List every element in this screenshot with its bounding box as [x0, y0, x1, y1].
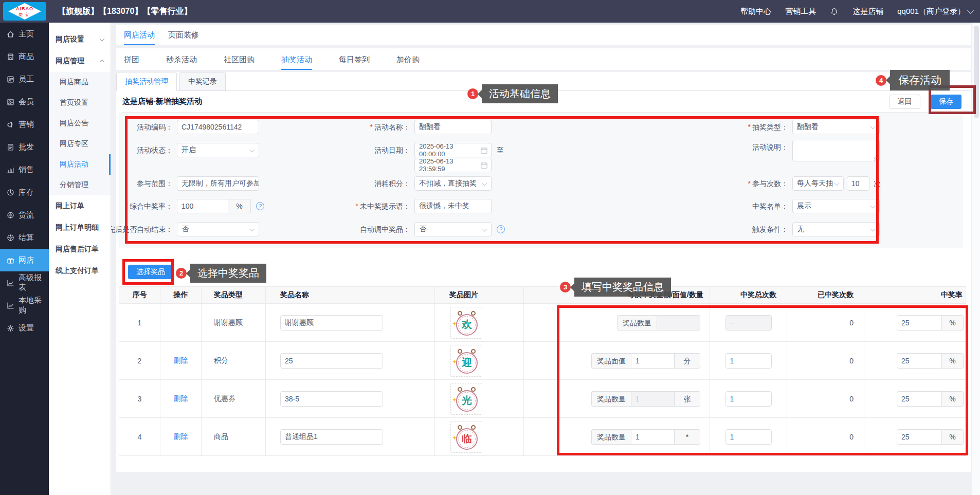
chevron-down-icon — [967, 7, 974, 14]
question-icon[interactable] — [497, 225, 505, 233]
save-button[interactable]: 保存 — [931, 95, 961, 109]
app-window: AIBAO 爱宝 【旗舰版】【183070】【零售行业】 帮助中心 营销工具 这… — [0, 0, 980, 495]
participate-range-select[interactable]: 无限制，所有用户可参加 — [177, 176, 259, 191]
field-auto-adjust: 自动调中奖品： 否 — [414, 222, 505, 236]
sidebar-item-settlement[interactable]: 结算 — [0, 226, 49, 249]
participate-times-input[interactable] — [847, 176, 869, 191]
prize-name-input[interactable] — [280, 353, 383, 369]
activity-form: 活动编码： *活动名称： *抽奖类型： 翻翻看 活动状态： 开启 活动日期： 2… — [119, 113, 963, 248]
sidebar-item-goods[interactable]: 商品 — [0, 45, 49, 68]
auto-adjust-select[interactable]: 否 — [414, 222, 492, 236]
table-header-row: 序号 操作 奖品类型 奖品名称 奖品图片 每次中奖金额/面值/数量 中奖总次数 … — [119, 287, 966, 304]
submenu-store-settings[interactable]: 网店设置 — [49, 29, 111, 50]
document-icon — [6, 143, 15, 152]
sidebar-item-home[interactable]: 主页 — [0, 23, 49, 45]
sidebar-item-settings[interactable]: 设置 — [0, 317, 49, 339]
back-button[interactable]: 返回 — [890, 95, 920, 109]
winner-list-select[interactable]: 展示 — [792, 199, 880, 213]
tab-community-group[interactable]: 社区团购 — [224, 55, 255, 70]
submenu-store-management[interactable]: 网店管理 — [49, 50, 111, 72]
lottery-tabs: 抽奖活动管理 中奖记录 — [116, 72, 971, 91]
activity-desc-textarea[interactable] — [792, 140, 880, 161]
prize-name-input[interactable] — [280, 429, 383, 445]
participate-times-mode-select[interactable]: 每人每天抽 — [792, 176, 844, 191]
sidebar-item-advanced-reports[interactable]: 高级报表 — [0, 271, 49, 294]
tab-lottery-management[interactable]: 抽奖活动管理 — [116, 72, 177, 91]
submenu-online-order-details[interactable]: 网上订单明细 — [49, 217, 111, 239]
select-prize-button[interactable]: 选择奖品 — [128, 265, 173, 279]
marketing-tools-link[interactable]: 营销工具 — [785, 7, 816, 16]
table-row: 4 删除 商品 ✦临 奖品数量* 0 % — [119, 418, 966, 456]
chevron-down-icon — [482, 227, 487, 232]
tab-addon-purchase[interactable]: 加价购 — [396, 55, 420, 70]
tab-daily-checkin[interactable]: 每日签到 — [339, 55, 370, 70]
account-menu[interactable]: qq001（商户登录） — [897, 7, 973, 16]
start-date-input[interactable]: 2025-06-13 00:00:00 — [414, 143, 492, 157]
sidebar-item-local-purchase[interactable]: 本地采购 — [0, 294, 49, 317]
tab-lottery[interactable]: 抽奖活动 — [281, 55, 312, 70]
submenu-store-goods[interactable]: 网店商品 — [49, 72, 111, 93]
activity-name-input[interactable] — [414, 120, 492, 134]
sidebar-item-staff[interactable]: 员工 — [0, 68, 49, 90]
trigger-select[interactable]: 无 — [792, 222, 880, 236]
submenu-online-payment-orders[interactable]: 线上支付订单 — [49, 260, 111, 282]
app-logo[interactable]: AIBAO 爱宝 — [3, 2, 46, 21]
scrollbar-thumb[interactable] — [974, 26, 979, 118]
delete-link[interactable]: 删除 — [174, 432, 188, 441]
sidebar-item-member[interactable]: 会员 — [0, 90, 49, 113]
submenu-store-activity[interactable]: 网店活动 — [49, 154, 111, 175]
delete-link[interactable]: 删除 — [174, 394, 188, 402]
page-title: 这是店铺-新增抽奖活动 — [122, 97, 202, 106]
help-center-link[interactable]: 帮助中心 — [740, 7, 771, 16]
target-icon — [6, 233, 15, 242]
tab-group-buy[interactable]: 拼团 — [124, 55, 139, 70]
end-date-input[interactable]: 2025-06-13 23:59:59 — [414, 158, 492, 172]
total-times-input[interactable] — [725, 391, 772, 407]
tab-flash-sale[interactable]: 秒杀活动 — [166, 55, 197, 70]
submenu-store-notice[interactable]: 网店公告 — [49, 113, 111, 134]
sidebar-item-marketing[interactable]: 营销 — [0, 113, 49, 136]
prize-name-input[interactable] — [280, 315, 383, 331]
field-participate-range: 参与范围： 无限制，所有用户可参加 — [177, 176, 259, 191]
tab-winning-records[interactable]: 中奖记录 — [179, 72, 226, 91]
question-icon[interactable] — [256, 202, 264, 210]
notification-bell-icon[interactable] — [830, 7, 839, 16]
win-rate-input[interactable] — [897, 391, 942, 407]
submenu-homepage-settings[interactable]: 首页设置 — [49, 93, 111, 113]
submenu-store-zone[interactable]: 网店专区 — [49, 134, 111, 154]
delete-link[interactable]: 删除 — [174, 356, 188, 364]
win-rate-input[interactable] — [897, 315, 942, 331]
sidebar-item-online-store[interactable]: 网店 — [0, 249, 49, 271]
consume-points-select[interactable]: 不扣减，直接抽奖 — [414, 176, 492, 191]
date-to-label: 至 — [497, 143, 504, 157]
prize-value-input[interactable] — [631, 353, 675, 369]
submenu-online-orders[interactable]: 网上订单 — [49, 195, 111, 217]
submenu-aftersale-orders[interactable]: 网店售后订单 — [49, 239, 111, 260]
target-icon — [6, 211, 15, 219]
total-times-input[interactable] — [725, 429, 772, 445]
tab-page-decoration[interactable]: 页面装修 — [168, 30, 199, 45]
field-overall-rate: *综合中奖率： % — [177, 199, 264, 213]
win-rate-input[interactable] — [897, 353, 942, 369]
field-activity-status: 活动状态： 开启 — [177, 143, 259, 157]
sidebar-item-sales[interactable]: 销售 — [0, 158, 49, 181]
overall-rate-input[interactable] — [177, 199, 228, 213]
no-win-tip-input[interactable] — [414, 199, 492, 213]
win-rate-input[interactable] — [897, 429, 942, 445]
total-times-input[interactable] — [725, 353, 772, 369]
sidebar-item-inventory[interactable]: 库存 — [0, 181, 49, 204]
prize-qty-input[interactable] — [631, 429, 675, 445]
submenu-distribution[interactable]: 分销管理 — [49, 175, 111, 195]
sidebar-item-logistics[interactable]: 货流 — [0, 204, 49, 226]
sidebar-item-wholesale[interactable]: 批发 — [0, 136, 49, 158]
chevron-down-icon — [870, 227, 876, 232]
prize-name-input[interactable] — [280, 391, 383, 407]
activity-code-input[interactable] — [177, 120, 259, 134]
tab-store-activity[interactable]: 网店活动 — [124, 30, 155, 45]
lottery-type-select[interactable]: 翻翻看 — [792, 120, 880, 134]
auto-end-select[interactable]: 否 — [177, 222, 259, 236]
field-trigger: 触发条件： 无 — [792, 222, 880, 236]
store-name-link[interactable]: 这是店铺 — [852, 7, 883, 16]
activity-status-select[interactable]: 开启 — [177, 143, 259, 157]
scrollbar[interactable] — [972, 23, 980, 495]
